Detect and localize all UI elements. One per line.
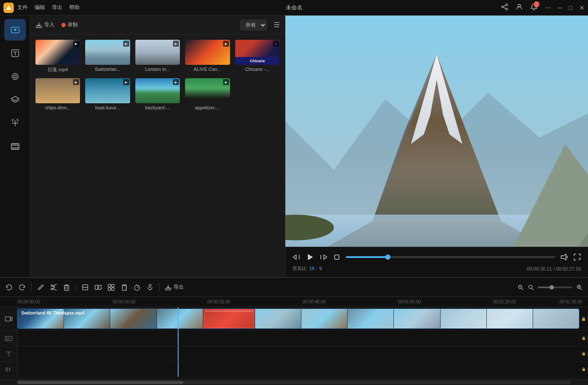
copy-button[interactable] — [120, 283, 128, 291]
playhead[interactable] — [178, 307, 179, 330]
audio-track-row: 🔒 — [0, 362, 588, 377]
media-item[interactable]: ▶ chips-dinn... — [35, 78, 80, 110]
app-logo — [3, 3, 14, 13]
fast-forward-button[interactable] — [320, 253, 328, 261]
menu-export[interactable]: 导出 — [52, 4, 62, 11]
video-clip[interactable]: Switzerland 4K Timelapse.mp4 — [17, 309, 579, 329]
preview-panel: 宽高比 16：9 00:00:30.11 / 00:02:27.10 — [285, 16, 588, 277]
ruler-marks: 00:00:00.00 00:00:16.00 00:00:32.00 00:0… — [17, 297, 588, 307]
svg-rect-61 — [112, 288, 114, 290]
zoom-in-button[interactable] — [576, 284, 583, 291]
sidebar-item-media[interactable] — [4, 19, 26, 41]
volume-button[interactable] — [560, 253, 568, 261]
sidebar-item-film[interactable] — [4, 136, 26, 157]
zoom-in-icon[interactable] — [527, 284, 534, 291]
scrollbar-track[interactable] — [17, 381, 571, 384]
more-options-icon[interactable]: ⋯ — [545, 4, 551, 11]
rewind-button[interactable] — [292, 253, 300, 261]
sidebar-item-text[interactable] — [4, 42, 26, 64]
mic-button[interactable] — [146, 283, 154, 291]
media-thumbnail: ▶ — [85, 78, 130, 103]
split-button[interactable] — [94, 283, 102, 291]
media-thumbnail: ▶ — [185, 78, 230, 103]
text-track-label — [0, 346, 17, 361]
media-label: ALIVE Can... — [185, 67, 230, 72]
svg-marker-14 — [11, 96, 19, 101]
grid-button[interactable] — [107, 283, 115, 291]
media-item[interactable]: ▶ boat-luxur... — [85, 78, 130, 110]
media-item[interactable]: ▶ appetizer-... — [185, 78, 230, 110]
audio-track-label — [0, 362, 17, 377]
scrollbar-thumb[interactable] — [17, 381, 183, 384]
video-icon: ▶ — [73, 41, 79, 47]
maximize-button[interactable]: □ — [569, 4, 572, 11]
svg-point-12 — [12, 73, 18, 80]
user-icon[interactable] — [515, 3, 523, 12]
svg-marker-79 — [10, 317, 12, 321]
media-item[interactable]: ▶ Switzerlan... — [85, 40, 130, 73]
svg-rect-78 — [5, 317, 10, 321]
menu-file[interactable]: 文件 — [17, 4, 28, 11]
media-item[interactable]: ▶ backyard-... — [135, 78, 180, 110]
undo-button[interactable] — [5, 283, 13, 291]
svg-line-75 — [581, 288, 582, 290]
svg-rect-56 — [95, 285, 98, 290]
stop-button[interactable] — [333, 253, 341, 261]
sidebar-item-mask[interactable] — [4, 66, 26, 87]
media-item[interactable]: ▶ 日落.mp4 — [35, 40, 80, 73]
fullscreen-button[interactable] — [573, 253, 581, 261]
media-thumbnail: ♪ Chicane — [235, 40, 280, 65]
notification-icon[interactable]: 2 — [530, 3, 538, 12]
cut-button[interactable] — [50, 283, 58, 291]
main-area: 导入 录制 所有 视频 音频 图片 ☰ ▶ 日落. — [0, 16, 588, 277]
ruler-mark: 00:01:20.00 — [493, 299, 516, 304]
zoom-out-button[interactable] — [517, 284, 524, 291]
minimize-button[interactable]: ─ — [558, 4, 562, 11]
crop-button[interactable] — [81, 283, 89, 291]
video-icon: ▶ — [173, 41, 179, 47]
menu-bar: 文件 编辑 导出 帮助 — [17, 4, 80, 11]
play-button[interactable] — [305, 252, 315, 262]
player-info-row: 宽高比 16：9 00:00:30.11 / 00:02:27.10 — [292, 265, 581, 272]
filter-select[interactable]: 所有 视频 音频 图片 — [240, 20, 267, 30]
media-item[interactable]: ▶ London in... — [135, 40, 180, 73]
sidebar-item-transform[interactable] — [4, 112, 26, 134]
media-item[interactable]: ▶ ALIVE Can... — [185, 40, 230, 73]
delete-button[interactable] — [63, 283, 70, 291]
svg-line-5 — [503, 5, 506, 6]
export-button[interactable]: 导出 — [165, 283, 184, 291]
media-item[interactable]: ♪ Chicane Chicane -... — [235, 40, 280, 73]
audio-track-content — [17, 362, 579, 377]
media-grid: ▶ 日落.mp4 ▶ Switzerlan... ▶ — [30, 35, 285, 115]
zoom-slider[interactable] — [538, 286, 572, 288]
menu-help[interactable]: 帮助 — [69, 4, 80, 11]
progress-thumb[interactable] — [385, 255, 390, 260]
menu-edit[interactable]: 编辑 — [35, 4, 45, 11]
progress-bar[interactable] — [346, 256, 555, 258]
svg-point-72 — [529, 285, 532, 289]
list-view-icon[interactable]: ☰ — [274, 21, 280, 29]
redo-button[interactable] — [18, 283, 26, 291]
media-label: London in... — [135, 67, 180, 72]
lock-icon[interactable]: 🔒 — [581, 317, 586, 321]
close-button[interactable]: ✕ — [579, 4, 585, 11]
timer-button[interactable] — [133, 283, 141, 291]
import-button[interactable]: 导入 — [35, 21, 54, 29]
edit-button[interactable] — [37, 283, 45, 291]
sidebar-item-layers[interactable] — [4, 89, 26, 111]
ruler-mark: 00:00:16.00 — [112, 299, 135, 304]
zoom-thumb[interactable] — [550, 285, 554, 290]
timeline-content: 00:00:00.00 00:00:16.00 00:00:32.00 00:0… — [0, 297, 588, 379]
ruler-mark: 00:01:36.00 — [559, 299, 582, 304]
svg-marker-40 — [308, 254, 313, 260]
progress-fill — [346, 256, 388, 258]
svg-line-70 — [522, 288, 524, 290]
media-toolbar: 导入 录制 所有 视频 音频 图片 ☰ — [30, 16, 285, 35]
share-icon[interactable] — [501, 3, 508, 13]
preview-video — [285, 16, 588, 247]
svg-rect-43 — [335, 255, 339, 259]
media-thumbnail: ▶ — [185, 40, 230, 65]
svg-rect-59 — [112, 284, 114, 287]
record-button[interactable]: 录制 — [61, 21, 78, 29]
sidebar — [0, 16, 30, 277]
